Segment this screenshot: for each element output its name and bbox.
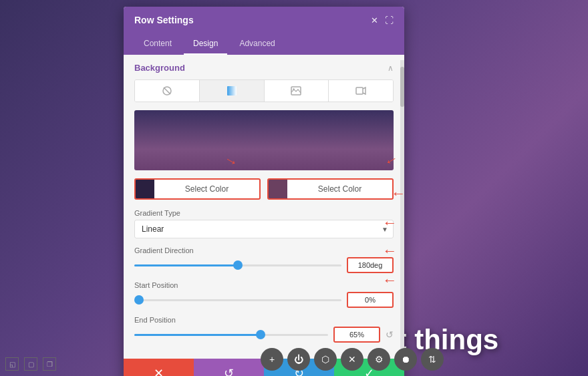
end-position-track: [134, 334, 328, 336]
bottom-left-icons: ◱ ▢ ❐: [5, 357, 56, 371]
start-position-group: Start Position: [134, 281, 394, 308]
gradient-direction-label: Gradient Direction: [134, 246, 394, 254]
tab-content[interactable]: Content: [134, 33, 181, 55]
bg-type-gradient[interactable]: [200, 80, 265, 102]
svg-point-4: [293, 88, 295, 89]
section-collapse-icon[interactable]: ∧: [388, 63, 394, 73]
end-position-label: End Position: [134, 316, 394, 324]
gradient-direction-row: [134, 257, 394, 273]
background-section-header: Background ∧: [134, 63, 394, 73]
color-selector-start-label: Select Color: [154, 184, 259, 194]
svg-rect-5: [356, 87, 363, 94]
tab-design[interactable]: Design: [184, 33, 227, 55]
start-position-label: Start Position: [134, 281, 394, 289]
icon-copy[interactable]: ❐: [43, 357, 56, 371]
start-position-input[interactable]: [347, 292, 394, 308]
row-settings-panel: Row Settings ✕ ⛶ Content Design Advanced…: [124, 7, 404, 376]
panel-header-icons: ✕ ⛶: [371, 15, 394, 25]
start-position-thumb[interactable]: [134, 295, 144, 305]
end-position-fill: [134, 334, 261, 336]
toolbar-module-btn[interactable]: ⬡: [314, 348, 337, 371]
gradient-type-group: Gradient Type Linear Radial ▼: [134, 209, 394, 238]
gradient-preview: [134, 110, 394, 170]
panel-title: Row Settings: [134, 15, 194, 25]
color-selector-end-label: Select Color: [287, 184, 392, 194]
end-position-row: ↺: [134, 327, 394, 343]
toolbar-add-btn[interactable]: +: [261, 348, 283, 371]
svg-line-1: [164, 87, 170, 94]
color-selectors: Select Color Select Color: [134, 178, 394, 200]
color-swatch-end: [269, 180, 287, 198]
panel-header: Row Settings ✕ ⛶: [124, 7, 404, 33]
tab-advanced[interactable]: Advanced: [230, 33, 284, 55]
gradient-direction-input[interactable]: [347, 257, 394, 273]
bottom-toolbar: + ⏻ ⬡ ✕ ⚙ ⏺ ⇅: [255, 343, 449, 376]
minimize-icon[interactable]: ✕: [371, 15, 378, 25]
color-swatch-start: [136, 180, 154, 198]
start-position-slider-wrap: [134, 293, 341, 307]
panel-body: Background ∧ Select Color: [124, 55, 404, 359]
cancel-button[interactable]: ✕: [124, 359, 194, 376]
end-position-input[interactable]: [333, 327, 380, 343]
color-selector-start[interactable]: Select Color: [134, 178, 261, 200]
end-position-thumb[interactable]: [256, 330, 265, 339]
toolbar-history-btn[interactable]: ⏺: [394, 348, 417, 371]
panel-scrollbar[interactable]: [400, 60, 404, 359]
toolbar-power-btn[interactable]: ⏻: [287, 348, 310, 371]
panel-scrollbar-thumb[interactable]: [400, 67, 404, 107]
end-position-slider-wrap: [134, 328, 328, 341]
gradient-type-select-wrap: Linear Radial ▼: [134, 220, 394, 238]
start-position-row: [134, 292, 394, 308]
svg-rect-2: [227, 86, 237, 96]
gradient-direction-slider-wrap: [134, 258, 341, 272]
end-position-group: End Position ↺: [134, 316, 394, 343]
icon-square[interactable]: ▢: [24, 357, 37, 371]
gradient-type-label: Gradient Type: [134, 209, 394, 217]
reset-button[interactable]: ↺: [194, 359, 264, 376]
toolbar-transform-btn[interactable]: ⇅: [421, 348, 444, 371]
toolbar-settings-btn[interactable]: ⚙: [368, 348, 390, 371]
end-position-reset-icon[interactable]: ↺: [386, 329, 394, 340]
panel-tabs: Content Design Advanced: [124, 33, 404, 55]
start-position-track: [134, 299, 341, 301]
toolbar-delete-btn[interactable]: ✕: [341, 348, 363, 371]
icon-grid[interactable]: ◱: [5, 357, 19, 371]
gradient-direction-track: [134, 264, 341, 266]
section-title: Background: [134, 63, 185, 73]
bg-type-row: [134, 79, 394, 102]
gradient-direction-group: Gradient Direction: [134, 246, 394, 273]
bg-type-none[interactable]: [135, 80, 200, 102]
color-selector-end[interactable]: Select Color: [267, 178, 394, 200]
gradient-direction-fill: [134, 264, 238, 266]
bg-type-video[interactable]: [329, 80, 393, 102]
gradient-direction-thumb[interactable]: [233, 260, 243, 270]
gradient-type-select[interactable]: Linear Radial: [134, 220, 394, 238]
expand-icon[interactable]: ⛶: [385, 15, 394, 25]
bg-type-image[interactable]: [265, 80, 329, 102]
